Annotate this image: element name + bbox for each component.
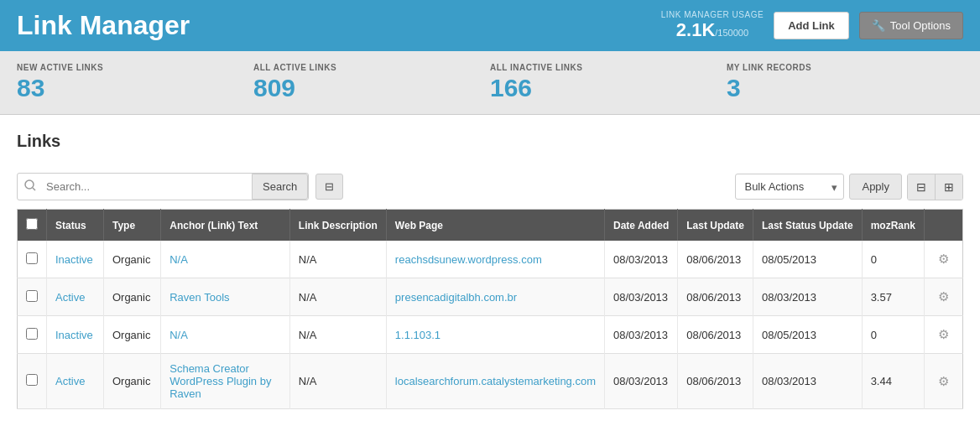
row-gear-button[interactable]: ⚙: [933, 325, 954, 345]
stat-my-records-label: MY LINK RECORDS: [727, 63, 946, 72]
row-gear-button[interactable]: ⚙: [933, 249, 954, 269]
anchor-link[interactable]: N/A: [169, 253, 188, 266]
row-checkbox-cell: [18, 354, 47, 409]
stat-new-active-label: NEW ACTIVE LINKS: [17, 63, 237, 72]
row-status: Inactive: [47, 241, 104, 278]
status-link[interactable]: Inactive: [55, 329, 93, 341]
row-web-page: reachsdsunew.wordpress.com: [386, 241, 604, 278]
table-header-row: Status Type Anchor (Link) Text Link Desc…: [18, 210, 963, 242]
row-actions-cell: ⚙: [924, 316, 962, 354]
row-web-page: 1.1.103.1: [386, 316, 604, 354]
col-header-link-description: Link Description: [289, 210, 386, 242]
tool-options-button[interactable]: 🔧 Tool Options: [859, 12, 963, 39]
stat-all-inactive: ALL INACTIVE LINKS 166: [490, 63, 727, 102]
svg-line-1: [33, 188, 35, 190]
row-date-added: 08/03/2013: [605, 241, 678, 278]
grid-view-button[interactable]: ⊞: [936, 174, 962, 200]
table-row: Inactive Organic N/A N/A 1.1.103.1 08/03…: [18, 316, 963, 354]
row-last-update: 08/06/2013: [678, 354, 753, 409]
row-link-description: N/A: [289, 354, 386, 409]
row-status: Active: [47, 278, 104, 316]
stat-all-inactive-label: ALL INACTIVE LINKS: [490, 63, 710, 72]
webpage-link[interactable]: 1.1.103.1: [395, 329, 440, 341]
row-type: Organic: [103, 278, 160, 316]
col-header-web-page: Web Page: [386, 210, 604, 242]
row-checkbox-cell: [18, 316, 47, 354]
stat-new-active-value: 83: [17, 74, 237, 102]
webpage-link[interactable]: reachsdsunew.wordpress.com: [395, 253, 542, 266]
col-header-check: [18, 210, 47, 242]
row-anchor: N/A: [161, 241, 290, 278]
row-anchor: Schema Creator WordPress Plugin by Raven: [161, 354, 290, 409]
row-last-status-update: 08/05/2013: [753, 316, 862, 354]
col-header-date-added: Date Added: [605, 210, 678, 242]
row-mozrank: 0: [862, 241, 924, 278]
section-title: Links: [17, 132, 963, 151]
usage-label: LINK MANAGER USAGE: [661, 10, 764, 19]
svg-point-0: [25, 180, 34, 189]
search-wrapper: Search: [17, 173, 309, 200]
row-web-page: localsearchforum.catalystemarketing.com: [386, 354, 604, 409]
row-checkbox-cell: [18, 241, 47, 278]
row-type: Organic: [103, 241, 160, 278]
filter-icon: ⊟: [325, 180, 334, 193]
col-header-last-status-update: Last Status Update: [753, 210, 862, 242]
list-view-button[interactable]: ⊟: [908, 174, 936, 200]
row-mozrank: 3.44: [862, 354, 924, 409]
row-checkbox[interactable]: [26, 374, 38, 386]
stat-all-active: ALL ACTIVE LINKS 809: [253, 63, 490, 102]
row-link-description: N/A: [289, 316, 386, 354]
row-anchor: Raven Tools: [161, 278, 290, 316]
apply-button[interactable]: Apply: [849, 174, 902, 200]
col-header-actions: [924, 210, 962, 242]
row-status: Active: [47, 354, 104, 409]
select-all-checkbox[interactable]: [26, 218, 38, 230]
view-toggle: ⊟ ⊞: [907, 174, 963, 200]
row-last-status-update: 08/03/2013: [753, 278, 862, 316]
webpage-link[interactable]: presencadigitalbh.com.br: [395, 291, 517, 304]
row-last-status-update: 08/05/2013: [753, 241, 862, 278]
toolbar: Search ⊟ Bulk Actions Apply ⊟ ⊞: [17, 164, 963, 209]
status-link[interactable]: Inactive: [55, 253, 93, 266]
stat-my-records: MY LINK RECORDS 3: [727, 63, 963, 102]
usage-number: 2.1K: [676, 19, 715, 40]
usage-info: LINK MANAGER USAGE 2.1K/150000: [661, 10, 764, 41]
status-link[interactable]: Active: [55, 291, 85, 304]
row-last-status-update: 08/03/2013: [753, 354, 862, 409]
row-type: Organic: [103, 354, 160, 409]
search-input[interactable]: [43, 175, 253, 198]
col-header-status: Status: [47, 210, 104, 242]
search-button[interactable]: Search: [252, 174, 308, 200]
row-date-added: 08/03/2013: [605, 354, 678, 409]
row-last-update: 08/06/2013: [678, 278, 753, 316]
status-link[interactable]: Active: [55, 375, 85, 387]
row-checkbox-cell: [18, 278, 47, 316]
row-checkbox[interactable]: [26, 252, 38, 264]
usage-value: 2.1K/150000: [661, 19, 764, 41]
table-row: Active Organic Schema Creator WordPress …: [18, 354, 963, 409]
filter-button[interactable]: ⊟: [315, 174, 343, 200]
app-title: Link Manager: [17, 10, 190, 41]
grid-view-icon: ⊞: [944, 180, 954, 194]
row-mozrank: 3.57: [862, 278, 924, 316]
anchor-link[interactable]: N/A: [169, 329, 188, 341]
row-last-update: 08/06/2013: [678, 316, 753, 354]
search-icon: [18, 174, 43, 199]
stat-new-active: NEW ACTIVE LINKS 83: [17, 63, 253, 102]
anchor-link[interactable]: Schema Creator WordPress Plugin by Raven: [169, 362, 271, 400]
row-gear-button[interactable]: ⚙: [933, 371, 954, 392]
usage-limit: /150000: [715, 28, 748, 38]
stat-all-active-label: ALL ACTIVE LINKS: [253, 63, 473, 72]
list-view-icon: ⊟: [916, 180, 926, 194]
anchor-link[interactable]: Raven Tools: [169, 291, 229, 304]
row-type: Organic: [103, 316, 160, 354]
webpage-link[interactable]: localsearchforum.catalystemarketing.com: [395, 375, 596, 387]
bulk-actions-select-wrapper: Bulk Actions: [735, 174, 844, 200]
add-link-button[interactable]: Add Link: [774, 12, 849, 39]
row-checkbox[interactable]: [26, 328, 38, 340]
row-link-description: N/A: [289, 278, 386, 316]
row-gear-button[interactable]: ⚙: [933, 287, 954, 307]
row-link-description: N/A: [289, 241, 386, 278]
row-checkbox[interactable]: [26, 290, 38, 302]
bulk-actions-select[interactable]: Bulk Actions: [735, 174, 844, 200]
